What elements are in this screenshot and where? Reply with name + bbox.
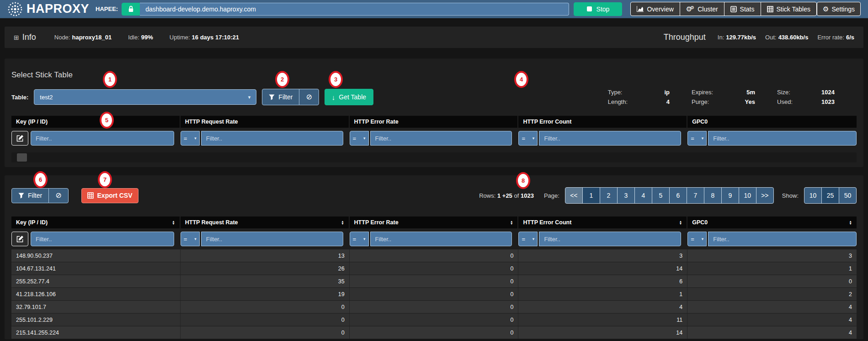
show-10-button[interactable]: 10 [804, 187, 822, 204]
table-row[interactable]: 255.101.2.229 0 0 11 4 [11, 314, 857, 326]
annotation-callout-2: 2 [275, 71, 289, 88]
edit-key-filter-button[interactable] [11, 232, 28, 246]
operator-select[interactable]: =▾ [687, 131, 707, 146]
operator-select[interactable]: =▾ [181, 232, 200, 246]
rows-label: Rows: [479, 192, 495, 199]
show-50-button[interactable]: 50 [839, 187, 857, 204]
page-button-8[interactable]: 8 [704, 187, 722, 204]
edit-key-filter-button[interactable] [11, 131, 28, 146]
lock-button[interactable] [122, 3, 140, 16]
page-button-1[interactable]: 1 [582, 187, 600, 204]
column-header-http-request-rate[interactable]: HTTP Request Rate ▲▼ [181, 217, 350, 228]
table-label: Table: [11, 94, 28, 101]
table-meta: Type: ip Length: 4 Expires: 5m Purge: Ye… [608, 89, 857, 105]
expires-label: Expires: [692, 89, 713, 96]
page-button-4[interactable]: 4 [634, 187, 652, 204]
http-error-count-filter-input[interactable] [539, 232, 681, 246]
dashboard-url-input[interactable] [140, 3, 569, 16]
filter-button-label: Filter [28, 192, 42, 199]
nav-button-stick-tables[interactable]: Stick Tables [761, 2, 817, 16]
operator-select[interactable]: =▾ [518, 131, 538, 146]
select-stick-table-panel: Select Stick Table Table: test2 ▾ Filter… [5, 59, 863, 167]
page-button-2[interactable]: 2 [600, 187, 618, 204]
key-filter-input[interactable] [31, 131, 174, 146]
cell-http-request-rate: 0 [181, 314, 350, 326]
http-request-rate-filter-input[interactable] [201, 131, 343, 146]
column-header-key[interactable]: Key (IP / ID) ▲▼ [11, 217, 181, 228]
nav-button-stats[interactable]: Stats [724, 2, 761, 16]
filter-button[interactable]: Filter [11, 188, 49, 203]
page-button-6[interactable]: 6 [669, 187, 687, 204]
sort-icon[interactable]: ▲▼ [341, 220, 344, 225]
clear-filter-button[interactable]: ⊘ [299, 89, 319, 105]
gpc0-filter-input[interactable] [708, 232, 857, 246]
filter-cell-http-error-count: =▾ [518, 228, 687, 249]
operator-select[interactable]: =▾ [518, 232, 538, 246]
page-next-button[interactable]: >> [756, 187, 774, 204]
get-table-button[interactable]: ↓ Get Table [325, 89, 373, 105]
sort-icon[interactable]: ▲▼ [172, 220, 175, 225]
cell-http-request-rate: 0 [181, 301, 350, 313]
nav-button-cluster[interactable]: ⚙⚙ Cluster [680, 2, 724, 16]
cell-gpc0: 3 [687, 249, 857, 262]
scrollbar-thumb[interactable] [17, 153, 27, 162]
settings-button[interactable]: ⚙ Settings [817, 2, 861, 16]
cell-http-error-rate: 0 [350, 275, 519, 287]
page-button-3[interactable]: 3 [617, 187, 635, 204]
size-label: Size: [777, 89, 793, 96]
page-first-button[interactable]: << [565, 187, 583, 204]
preview-table: Key (IP / ID) HTTP Request Rate HTTP Err… [11, 116, 857, 149]
table-row[interactable]: 41.218.126.106 19 0 1 2 [11, 288, 857, 301]
table-row[interactable]: 255.252.77.4 35 0 6 0 [11, 275, 857, 288]
page-button-7[interactable]: 7 [687, 187, 704, 204]
get-table-label: Get Table [339, 93, 366, 101]
http-error-rate-filter-input[interactable] [370, 232, 512, 246]
horizontal-scrollbar[interactable] [11, 152, 857, 162]
http-error-count-filter-input[interactable] [539, 131, 681, 146]
table-select-row: Table: test2 ▾ Filter ⊘ ↓ Get Table Type… [11, 89, 857, 105]
http-error-rate-filter-input[interactable] [370, 131, 512, 146]
idle-label: Idle: [128, 34, 139, 41]
cell-http-error-count: 3 [518, 249, 687, 262]
column-header-gpc0[interactable]: GPC0 ▲▼ [687, 217, 857, 228]
table-row[interactable]: 104.67.131.241 26 0 14 1 [11, 262, 857, 275]
table-row[interactable]: 215.141.255.224 0 0 14 4 [11, 326, 857, 339]
page-button-10[interactable]: 10 [739, 187, 756, 204]
key-filter-input[interactable] [31, 232, 174, 246]
page-button-9[interactable]: 9 [721, 187, 739, 204]
results-filter-row: =▾ =▾ =▾ =▾ [11, 228, 857, 249]
table-row[interactable]: 148.90.50.237 13 0 3 3 [11, 249, 857, 262]
cell-http-error-count: 6 [518, 275, 687, 287]
chevron-down-icon: ▾ [533, 237, 535, 241]
chevron-down-icon: ▾ [194, 136, 197, 141]
selected-table-value: test2 [40, 94, 53, 101]
column-header-http-error-rate[interactable]: HTTP Error Rate ▲▼ [350, 217, 519, 228]
page-button-5[interactable]: 5 [652, 187, 670, 204]
nav-button-overview[interactable]: Overview [630, 2, 680, 16]
preview-table-header: Key (IP / ID) HTTP Request Rate HTTP Err… [11, 116, 857, 128]
filter-button[interactable]: Filter [262, 89, 299, 105]
operator-select[interactable]: =▾ [687, 232, 707, 246]
ban-icon: ⊘ [55, 192, 61, 199]
clear-filter-button[interactable]: ⊘ [48, 188, 68, 203]
cell-gpc0: 0 [687, 275, 857, 287]
operator-select[interactable]: =▾ [350, 131, 369, 146]
export-csv-button[interactable]: Export CSV [81, 188, 138, 203]
cell-http-request-rate: 0 [181, 326, 350, 339]
stop-button[interactable]: Stop [574, 2, 622, 16]
throughput-section: Throughput In:129.77kb/s Out:438.60kb/s … [664, 32, 854, 42]
http-request-rate-filter-input[interactable] [201, 232, 343, 246]
sort-icon[interactable]: ▲▼ [679, 220, 682, 225]
table-row[interactable]: 32.79.101.7 0 0 4 4 [11, 301, 857, 314]
operator-select[interactable]: =▾ [350, 232, 369, 246]
in-label: In: [718, 34, 724, 41]
info-section-toggle[interactable]: ⊞ Info [14, 32, 36, 42]
gpc0-filter-input[interactable] [708, 131, 857, 146]
show-25-button[interactable]: 25 [821, 187, 839, 204]
cell-key: 255.101.2.229 [11, 314, 181, 326]
stick-table-select[interactable]: test2 ▾ [34, 89, 256, 105]
operator-select[interactable]: =▾ [181, 131, 200, 146]
sort-icon[interactable]: ▲▼ [849, 220, 852, 225]
column-header-http-error-count[interactable]: HTTP Error Count ▲▼ [518, 217, 687, 228]
sort-icon[interactable]: ▲▼ [510, 220, 513, 225]
